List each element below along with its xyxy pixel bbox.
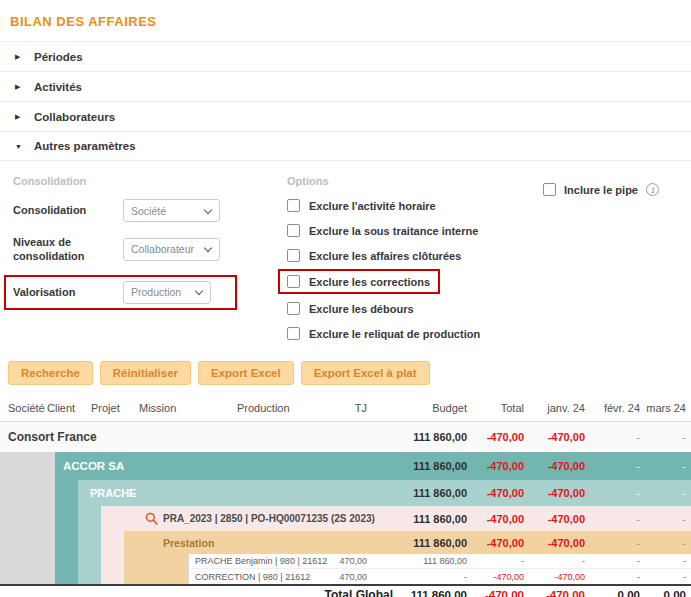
indent-level-3 bbox=[78, 506, 101, 531]
recherche-button[interactable]: Recherche bbox=[8, 361, 93, 385]
budget-cell: - bbox=[367, 569, 467, 584]
indent-level-5 bbox=[124, 569, 188, 584]
valorisation-highlight-box: Valorisation Production bbox=[4, 275, 237, 310]
niveaux-consolidation-select[interactable]: Collaborateur bbox=[123, 238, 220, 261]
janv-cell: -470,00 bbox=[524, 569, 585, 584]
magnifier-icon[interactable] bbox=[145, 512, 158, 525]
janv-cell: -470,00 bbox=[524, 480, 585, 506]
export-excel-button[interactable]: Export Excel bbox=[198, 361, 294, 385]
budget-cell: 111 860,00 bbox=[367, 506, 467, 531]
valorisation-field-label: Valorisation bbox=[13, 285, 123, 299]
accordion-autres-parametres[interactable]: ▼ Autres paramètres bbox=[0, 131, 691, 161]
budget-cell: 111 860,00 bbox=[367, 480, 467, 506]
table-row-detail: CORRECTION | 980 | 21612 470,00 - -470,0… bbox=[0, 569, 691, 584]
indent-level-3 bbox=[78, 531, 101, 554]
option-label: Exclure les débours bbox=[309, 303, 414, 315]
fevr-cell: - bbox=[585, 554, 640, 569]
table-row-company[interactable]: Consort France 111 860,00 -470,00 -470,0… bbox=[0, 422, 691, 452]
janv-cell: -470,00 bbox=[524, 506, 585, 531]
exclure-affaires-cloturees-checkbox[interactable] bbox=[287, 249, 300, 262]
table-row-client[interactable]: ACCOR SA 111 860,00 -470,00 -470,00 - - bbox=[0, 452, 691, 480]
fevr-cell: - bbox=[585, 569, 640, 584]
total-cell: -470,00 bbox=[467, 569, 524, 584]
include-pipe-label: Inclure le pipe bbox=[564, 184, 638, 196]
export-excel-a-plat-button[interactable]: Export Excel à plat bbox=[301, 361, 430, 385]
accordion-label: Autres paramètres bbox=[34, 140, 136, 152]
valorisation-select[interactable]: Production bbox=[123, 281, 211, 304]
option-exclure-sous-traitance: Exclure la sous traitance interne bbox=[287, 224, 543, 237]
consolidation-group-label: Consolidation bbox=[13, 175, 281, 187]
niveaux-consolidation-field-label: Niveaux de consolidation bbox=[13, 235, 123, 264]
chevron-right-icon: ▶ bbox=[15, 83, 24, 90]
consolidation-select[interactable]: Société bbox=[123, 199, 220, 222]
table-row-project[interactable]: PRACHE 111 860,00 -470,00 -470,00 - - bbox=[0, 480, 691, 506]
exclure-sous-traitance-checkbox[interactable] bbox=[287, 224, 300, 237]
budget-cell: 111 860,00 bbox=[367, 531, 467, 554]
chevron-down-icon bbox=[195, 288, 203, 296]
indent-level-1 bbox=[0, 480, 55, 506]
fevr-cell: - bbox=[585, 422, 640, 452]
mars-cell: - bbox=[640, 480, 691, 506]
indent-level-5 bbox=[124, 554, 188, 569]
tj-cell: 470,00 bbox=[317, 554, 367, 569]
exclure-debours-checkbox[interactable] bbox=[287, 302, 300, 315]
total-cell: -470,00 bbox=[467, 531, 524, 554]
bilan-des-affaires-page: BILAN DES AFFAIRES ▶ Périodes ▶ Activité… bbox=[0, 0, 691, 597]
exclure-activite-horaire-checkbox[interactable] bbox=[287, 199, 300, 212]
indent-level-1 bbox=[0, 452, 55, 480]
fevr-cell: - bbox=[585, 531, 640, 554]
reinitialiser-button[interactable]: Réinitialiser bbox=[100, 361, 191, 385]
page-title: BILAN DES AFFAIRES bbox=[0, 0, 691, 29]
indent-level-2 bbox=[55, 480, 78, 506]
company-name: Consort France bbox=[0, 422, 367, 452]
accordion-label: Collaborateurs bbox=[34, 111, 115, 123]
table-row-prestation[interactable]: Prestation 111 860,00 -470,00 -470,00 - … bbox=[0, 531, 691, 554]
option-exclure-affaires-cloturees: Exclure les affaires clôturées bbox=[287, 249, 543, 262]
include-pipe-checkbox[interactable] bbox=[543, 183, 556, 196]
accordion-label: Activités bbox=[34, 81, 82, 93]
options-group-label: Options bbox=[287, 175, 543, 187]
exclure-corrections-checkbox[interactable] bbox=[287, 275, 300, 288]
col-mission: Mission bbox=[139, 402, 176, 414]
janv-cell: -470,00 bbox=[524, 422, 585, 452]
col-projet: Projet bbox=[91, 402, 120, 414]
indent-level-1 bbox=[0, 554, 55, 569]
total-cell: -470,00 bbox=[467, 422, 524, 452]
exclure-reliquat-checkbox[interactable] bbox=[287, 327, 300, 340]
col-fevr-24: févr. 24 bbox=[585, 395, 640, 421]
info-icon[interactable]: i bbox=[646, 183, 659, 196]
table-row-mission[interactable]: PRA_2023 | 2850 | PO-HQ00071235 (2S 2023… bbox=[0, 506, 691, 531]
detail-name: CORRECTION | 980 | 21612 bbox=[188, 569, 317, 584]
consolidation-field: Consolidation Société bbox=[13, 199, 281, 222]
accordion-periodes[interactable]: ▶ Périodes bbox=[0, 41, 691, 71]
budget-cell: 111 860,00 bbox=[367, 422, 467, 452]
col-societe: Société bbox=[8, 402, 45, 414]
indent-level-2 bbox=[55, 569, 78, 584]
total-global-label: Total Global bbox=[0, 586, 367, 597]
client-name: ACCOR SA bbox=[55, 452, 367, 480]
option-exclure-reliquat: Exclure le reliquat de production bbox=[287, 327, 543, 340]
option-label: Exclure le reliquat de production bbox=[309, 328, 480, 340]
results-table: Société Client Projet Mission Production… bbox=[0, 395, 691, 597]
include-pipe-section: Inclure le pipe i bbox=[543, 175, 681, 352]
accordion-collaborateurs[interactable]: ▶ Collaborateurs bbox=[0, 101, 691, 131]
option-exclure-debours: Exclure les débours bbox=[287, 302, 543, 315]
chevron-right-icon: ▶ bbox=[15, 53, 24, 60]
niveaux-consolidation-field: Niveaux de consolidation Collaborateur bbox=[13, 235, 281, 264]
total-cell: -470,00 bbox=[467, 452, 524, 480]
options-section: Options Exclure l'activité horaire Exclu… bbox=[281, 175, 543, 352]
table-row-detail: PRACHE Benjamin | 980 | 21612 470,00 111… bbox=[0, 554, 691, 569]
chevron-down-icon bbox=[204, 207, 212, 215]
indent-level-4 bbox=[101, 554, 124, 569]
chevron-down-icon: ▼ bbox=[15, 143, 24, 150]
col-janv-24: janv. 24 bbox=[524, 395, 585, 421]
prestation-name: Prestation bbox=[124, 531, 367, 554]
select-value: Collaborateur bbox=[131, 243, 194, 255]
col-tj: TJ bbox=[317, 395, 367, 421]
option-label: Exclure la sous traitance interne bbox=[309, 225, 478, 237]
janv-cell: -470,00 bbox=[524, 452, 585, 480]
mars-cell: - bbox=[640, 422, 691, 452]
accordion-label: Périodes bbox=[34, 51, 83, 63]
mars-cell: 0,00 bbox=[640, 586, 691, 597]
accordion-activites[interactable]: ▶ Activités bbox=[0, 71, 691, 101]
